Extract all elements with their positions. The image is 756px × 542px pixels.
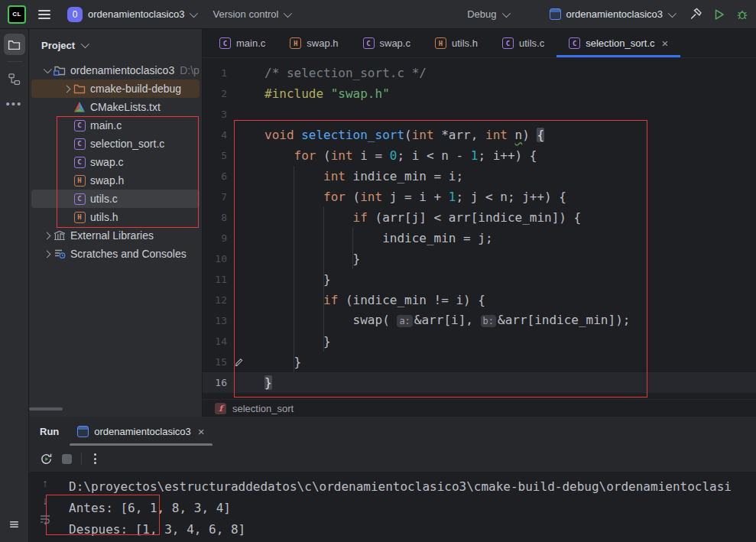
code-line-15: 15 } [203,352,756,372]
code-text[interactable]: if (arr[j] < arr[indice_min]) { [244,207,581,228]
line-number[interactable]: 3 [203,109,227,120]
code-line-13: 13 swap( a:&arr[i], b:&arr[indice_min]); [203,310,756,331]
line-number[interactable]: 6 [203,170,227,182]
c-file-icon: C [569,37,580,49]
line-number[interactable]: 5 [203,150,227,161]
tree-item-external-libraries[interactable]: External Libraries [31,226,200,245]
project-widget-name: ordenamientoclasico3 [88,8,184,20]
code-editor[interactable]: 1/* selection_sort.c */2#include "swap.h… [203,58,756,399]
code-line-5: 5 for (int i = 0; i < n - 1; i++) { [203,145,756,166]
line-number[interactable]: 7 [203,191,227,203]
more-tool-windows-button[interactable]: ••• [6,97,23,110]
code-text[interactable]: swap( a:&arr[i], b:&arr[indice_min]); [244,310,630,332]
tree-item-selection-sort-c[interactable]: Cselection_sort.c [31,135,200,153]
code-line-1: 1/* selection_sort.c */ [203,63,756,83]
line-number[interactable]: 11 [203,274,227,285]
line-number[interactable]: 8 [203,212,227,223]
chevron-expanded-icon[interactable] [41,67,53,73]
line-number[interactable]: 14 [203,336,227,347]
more-options-button[interactable] [91,453,99,464]
code-text[interactable]: #include "swap.h" [244,83,390,104]
editor-tab-main-c[interactable]: Cmain.c [207,29,277,57]
line-number[interactable]: 4 [203,129,227,141]
run-config-app-icon [550,8,561,20]
code-text[interactable]: indice_min = j; [244,228,493,248]
rerun-button[interactable] [40,453,53,466]
stop-button[interactable] [62,454,72,464]
tree-item-label: swap.h [90,174,124,187]
code-text[interactable]: } [244,331,331,352]
structure-icon [8,73,21,86]
run-button[interactable] [713,8,725,21]
build-button[interactable] [689,8,702,21]
editor-tab-swap-h[interactable]: Hswap.h [277,29,350,57]
editor-tab-selection_sort-c[interactable]: Cselection_sort.c× [556,29,680,57]
code-text[interactable]: } [244,248,360,269]
code-text[interactable]: for (int j = i + 1; j < n; j++) { [244,187,566,207]
h-icon: H [73,175,86,187]
editor-tab-utils-c[interactable]: Cutils.c [490,29,556,57]
tree-item-label: utils.c [90,193,118,205]
code-text[interactable]: void selection_sort(int *arr, int n) { [244,125,544,145]
tree-item-ordenamientoclasico3[interactable]: ordenamientoclasico3D:\p [31,61,200,80]
chevron-collapsed-icon[interactable] [41,252,53,257]
structure-tool-button[interactable] [4,68,25,89]
code-line-7: 7 for (int j = i + 1; j < n; j++) { [203,187,756,207]
line-number[interactable]: 2 [203,88,227,99]
scroll-down-icon[interactable]: ↓ [43,495,48,506]
editor-tab-utils-h[interactable]: Hutils.h [423,29,490,57]
play-icon [713,8,725,21]
tree-item-swap-h[interactable]: Hswap.h [31,171,200,190]
tree-item-label: Scratches and Consoles [70,248,187,260]
tree-item-scratches-and-consoles[interactable]: Scratches and Consoles [31,245,200,263]
line-number[interactable]: 10 [203,253,227,265]
line-number[interactable]: 13 [203,315,227,326]
version-control-widget[interactable]: Version control [213,8,290,20]
console-line-1: D:\proyectos\estructuraddedatos\c\ordena… [69,476,756,498]
breadcrumb-function-name[interactable]: selection_sort [232,403,294,414]
run-configuration-selector[interactable]: ordenamientoclasico3 [550,8,674,20]
tree-item-cmakelists-txt[interactable]: CMakeLists.txt [31,98,200,116]
project-tool-button[interactable] [4,34,25,55]
project-panel-header[interactable]: Project [29,29,202,61]
horizontal-scrollbar[interactable] [29,407,63,411]
line-number[interactable]: 1 [203,67,227,79]
tab-label: swap.h [307,37,338,49]
chevron-collapsed-icon[interactable] [41,233,53,239]
tree-item-utils-c[interactable]: Cutils.c [31,190,200,208]
code-text[interactable]: } [244,352,301,372]
run-tab[interactable]: ordenamientoclasico3 × [70,417,212,446]
main-menu-icon[interactable] [38,10,50,19]
soft-wrap-button[interactable] [39,513,51,525]
line-number[interactable]: 12 [203,294,227,306]
build-mode-selector[interactable]: Debug [467,8,508,20]
line-number[interactable]: 16 [203,377,227,388]
folder-icon [8,38,21,51]
code-text[interactable]: } [244,372,272,393]
close-run-tab-icon[interactable]: × [198,425,205,438]
code-text[interactable]: int indice_min = i; [244,166,463,187]
rerun-icon [40,453,53,466]
chevron-collapsed-icon[interactable] [60,86,73,92]
code-text[interactable]: /* selection_sort.c */ [244,63,427,83]
code-text[interactable]: for (int i = 0; i < n - 1; i++) { [244,145,537,166]
clion-logo-icon: CL [8,5,26,24]
tree-item-cmake-build-debug[interactable]: cmake-build-debug [31,80,200,98]
editor-tab-swap-c[interactable]: Cswap.c [351,29,423,57]
code-line-2: 2#include "swap.h" [203,83,756,104]
debug-button[interactable] [736,8,748,21]
tab-label: utils.c [519,37,544,49]
tree-item-main-c[interactable]: Cmain.c [31,116,200,135]
cmake-icon [73,101,86,113]
tree-item-swap-c[interactable]: Cswap.c [31,153,200,171]
close-tab-icon[interactable]: × [662,37,669,50]
code-line-3: 3 [203,104,756,125]
tree-item-utils-h[interactable]: Hutils.h [31,208,200,226]
line-number[interactable]: 9 [203,232,227,244]
project-widget[interactable]: 0 ordenamientoclasico3 [67,7,196,22]
line-number[interactable]: 15 [203,356,227,368]
bottom-tool-window-button[interactable] [4,513,25,534]
scroll-up-icon[interactable]: ↑ [43,478,48,488]
code-text[interactable]: if (indice_min != i) { [244,290,485,310]
code-text[interactable]: } [244,269,331,290]
